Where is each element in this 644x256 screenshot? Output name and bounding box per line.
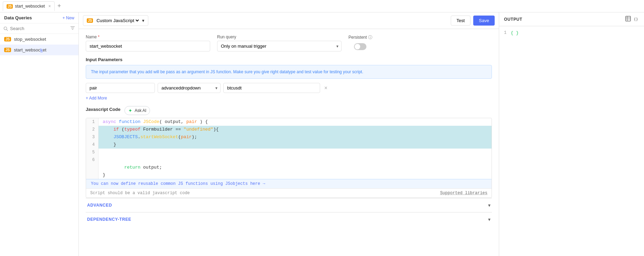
persistent-toggle[interactable] [354,43,366,50]
code-editor[interactable]: 1 async function JSCode( output, pair ) … [86,118,492,198]
code-line-1: 1 async function JSCode( output, pair ) … [86,118,492,126]
line-num-2: 2 [86,126,99,133]
dependency-tree-collapse-header[interactable]: DEPENDENCY-TREE ▾ [86,217,492,222]
line-content-2: if (typeof Formbuilder == "undefined"){ [99,126,223,133]
line-num-1: 1 [86,118,99,126]
svg-rect-5 [626,16,631,21]
js-code-title: Javascript Code [86,107,120,112]
line-num-8 [86,171,99,179]
tab-close-icon[interactable]: × [48,4,51,9]
run-query-label: Run query [217,35,342,39]
run-query-select[interactable]: Only on manual trigger On page load On a… [217,41,328,51]
tab-js-badge: JS [7,4,13,9]
code-line-5: 5 [86,149,492,156]
add-more-button[interactable]: + Add More [86,96,107,101]
search-input[interactable] [10,26,68,31]
ask-ai-button[interactable]: ✦ Ask AI [124,106,150,115]
svg-line-1 [7,29,8,30]
tab-add-button[interactable]: + [56,2,63,10]
code-line-2: 2 if (typeof Formbuilder == "undefined")… [86,126,492,133]
content-toolbar: JS Custom JavaScript SQL REST API Python… [79,12,499,29]
param-type-select[interactable]: advanceddropdown text number boolean arr… [158,83,220,93]
sidebar-item-start-websocket[interactable]: JS start_websocket [0,45,78,55]
sidebar-title: Data Queries [4,15,32,20]
run-query-field: Run query Only on manual trigger On page… [217,35,342,51]
code-line-4: 4 } [86,141,492,149]
js-code-header: Javascript Code ✦ Ask AI [86,106,492,115]
param-delete-icon[interactable]: × [323,85,329,91]
ai-sparkle-icon: ✦ [128,108,132,113]
js-badge-start: JS [4,48,11,52]
toolbar-right: Test Save [451,16,495,26]
line-content-1: async function JSCode( output, pair ) { [99,118,212,126]
line-content-7: return output; [99,164,166,171]
line-content-4: } [99,141,120,149]
js-code-section: Javascript Code ✦ Ask AI 1 async functio… [86,106,492,198]
ask-ai-label: Ask AI [134,108,146,113]
persistent-info-icon[interactable]: ⓘ [368,35,372,40]
lang-js-badge: JS [87,18,93,23]
line-num-6: 6 [86,156,99,164]
output-line-num: 1 [504,30,506,252]
name-label: Name * [86,35,210,39]
language-select-input[interactable]: Custom JavaScript SQL REST API Python [95,18,140,23]
output-title: OUTPUT [504,17,522,22]
output-body: 1 { } [499,26,644,256]
search-icon [3,26,8,31]
run-query-arrow-icon: ▾ [336,44,338,49]
param-name-input[interactable] [86,83,155,93]
tab-bar: JS start_websocket × + [0,0,644,12]
name-field: Name * [86,35,210,51]
svg-text:{}: {} [634,17,638,21]
name-input[interactable] [86,41,210,51]
test-button[interactable]: Test [451,16,471,26]
supported-libraries-link[interactable]: Supported libraries [440,191,487,196]
param-value-input[interactable] [223,83,320,93]
output-json-view-button[interactable]: {} [634,16,639,22]
sidebar-item-stop-websocket[interactable]: JS stop_websocket [0,34,78,45]
input-params-info: The input parameter that you add will be… [86,65,492,79]
persistent-label: Persistent ⓘ [348,35,372,40]
code-line-7: return output; [86,164,492,171]
line-num-5: 5 [86,149,99,156]
param-row-0: advanceddropdown text number boolean arr… [86,83,492,93]
language-selector[interactable]: JS Custom JavaScript SQL REST API Python… [83,15,148,26]
filter-icon[interactable] [70,26,75,31]
content-body: Name * Run query Only on manual trigger … [79,29,499,256]
line-num-7 [86,164,99,171]
lang-dropdown-arrow: ▾ [142,18,144,23]
tab-label: start_websocket [15,4,45,9]
output-icon-group: {} [625,16,639,22]
line-content-8: } [99,171,110,179]
line-num-4: 4 [86,141,99,149]
sidebar-item-label: stop_websocket [14,37,46,42]
dependency-tree-title: DEPENDENCY-TREE [87,217,131,222]
output-panel: OUTPUT {} [499,12,644,256]
advanced-title: ADVANCED [87,203,112,208]
line-num-3: 3 [86,133,99,141]
output-content: { } [511,30,519,252]
form-top-row: Name * Run query Only on manual trigger … [86,35,492,51]
advanced-section: ADVANCED ▾ [86,198,492,212]
code-line-8: } [86,171,492,179]
tab-start-websocket[interactable]: JS start_websocket × [3,1,55,11]
input-params-title: Input Parameters [86,57,492,62]
output-header: OUTPUT {} [499,12,644,26]
sidebar-item-label: start_websocket [14,47,46,53]
code-line-3: 3 JSOBJECTS.startWebSocket(pair); [86,133,492,141]
code-footer: Script should be a valid javascript code… [86,188,492,198]
run-query-select-wrapper: Only on manual trigger On page load On a… [217,41,342,51]
jsobj-link[interactable]: You can now define reusable common JS fu… [91,181,265,186]
sidebar: Data Queries + New JS stop_websocket [0,12,79,256]
param-type-wrapper: advanceddropdown text number boolean arr… [158,83,221,93]
jsobj-link-bar[interactable]: You can now define reusable common JS fu… [86,179,492,188]
sidebar-search-area [0,23,78,34]
line-content-5 [99,149,107,156]
advanced-collapse-header[interactable]: ADVANCED ▾ [86,202,492,208]
js-badge-stop: JS [4,37,11,41]
line-content-3: JSOBJECTS.startWebSocket(pair); [99,133,201,141]
new-query-button[interactable]: + New [63,16,74,20]
output-table-view-button[interactable] [625,16,631,22]
save-button[interactable]: Save [473,16,495,26]
main-layout: Data Queries + New JS stop_websocket [0,12,644,256]
